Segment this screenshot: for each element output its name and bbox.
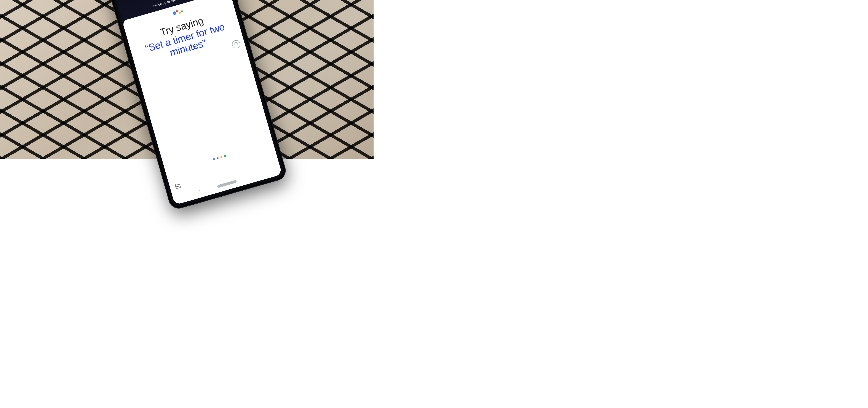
google-assistant-logo-icon xyxy=(172,9,183,16)
phone-frame: Swipe up to see your updates Try saying … xyxy=(104,0,288,211)
android-nav-bar xyxy=(172,163,282,205)
assistant-panel[interactable]: Try saying “Set a timer for two minutes” xyxy=(122,0,282,205)
phone-screen: Swipe up to see your updates Try saying … xyxy=(110,0,282,205)
lens-icon xyxy=(174,183,182,191)
back-button[interactable] xyxy=(197,189,202,194)
photo-scene: Swipe up to see your updates Try saying … xyxy=(0,0,374,159)
compass-icon xyxy=(234,42,239,47)
home-gesture-pill[interactable] xyxy=(217,180,237,188)
svg-marker-1 xyxy=(235,43,237,45)
google-lens-button[interactable] xyxy=(174,183,182,191)
